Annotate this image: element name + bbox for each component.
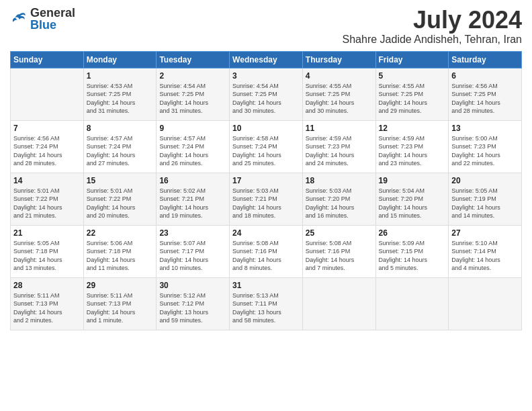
calendar-week-row: 21Sunrise: 5:05 AM Sunset: 7:18 PM Dayli… (11, 225, 522, 277)
day-info: Sunrise: 5:01 AM Sunset: 7:22 PM Dayligh… (87, 187, 154, 220)
calendar-cell: 19Sunrise: 5:04 AM Sunset: 7:20 PM Dayli… (375, 173, 449, 225)
calendar-cell: 28Sunrise: 5:11 AM Sunset: 7:13 PM Dayli… (11, 277, 84, 330)
calendar-cell: 27Sunrise: 5:10 AM Sunset: 7:14 PM Dayli… (449, 225, 522, 277)
calendar-table: SundayMondayTuesdayWednesdayThursdayFrid… (10, 51, 522, 330)
calendar-cell (302, 277, 375, 330)
day-number: 4 (306, 71, 373, 81)
day-number: 16 (159, 176, 226, 185)
day-number: 13 (451, 124, 519, 133)
calendar-cell: 16Sunrise: 5:02 AM Sunset: 7:21 PM Dayli… (157, 173, 230, 225)
calendar-cell (449, 277, 522, 330)
day-info: Sunrise: 5:11 AM Sunset: 7:13 PM Dayligh… (13, 291, 81, 325)
day-info: Sunrise: 4:59 AM Sunset: 7:23 PM Dayligh… (306, 134, 373, 168)
calendar-cell: 5Sunrise: 4:55 AM Sunset: 7:25 PM Daylig… (375, 68, 449, 120)
day-info: Sunrise: 4:56 AM Sunset: 7:24 PM Dayligh… (13, 134, 81, 168)
day-number: 10 (232, 124, 300, 133)
calendar-cell: 29Sunrise: 5:11 AM Sunset: 7:13 PM Dayli… (83, 277, 157, 330)
calendar-cell: 26Sunrise: 5:09 AM Sunset: 7:15 PM Dayli… (375, 225, 449, 277)
day-number: 14 (13, 176, 81, 185)
day-number: 7 (13, 124, 81, 133)
day-info: Sunrise: 5:06 AM Sunset: 7:18 PM Dayligh… (87, 239, 154, 273)
day-info: Sunrise: 5:03 AM Sunset: 7:20 PM Dayligh… (306, 187, 373, 220)
calendar-week-row: 14Sunrise: 5:01 AM Sunset: 7:22 PM Dayli… (11, 173, 522, 225)
day-number: 21 (13, 228, 81, 238)
day-number: 11 (306, 124, 373, 133)
weekday-header-thursday: Thursday (302, 51, 375, 68)
day-number: 5 (379, 71, 446, 81)
page-header: General Blue July 2024 Shahre Jadide And… (10, 7, 522, 46)
calendar-cell: 3Sunrise: 4:54 AM Sunset: 7:25 PM Daylig… (230, 68, 303, 120)
weekday-header-monday: Monday (83, 51, 157, 68)
day-number: 15 (87, 176, 154, 185)
title-area: July 2024 Shahre Jadide Andisheh, Tehran… (343, 7, 522, 46)
weekday-header-friday: Friday (375, 51, 449, 68)
calendar-body: 1Sunrise: 4:53 AM Sunset: 7:25 PM Daylig… (11, 68, 522, 330)
day-info: Sunrise: 5:02 AM Sunset: 7:21 PM Dayligh… (159, 187, 226, 220)
day-number: 29 (87, 281, 154, 290)
calendar-cell: 7Sunrise: 4:56 AM Sunset: 7:24 PM Daylig… (11, 120, 84, 173)
calendar-cell: 14Sunrise: 5:01 AM Sunset: 7:22 PM Dayli… (11, 173, 84, 225)
day-info: Sunrise: 4:57 AM Sunset: 7:24 PM Dayligh… (87, 134, 154, 168)
day-info: Sunrise: 5:04 AM Sunset: 7:20 PM Dayligh… (379, 187, 446, 220)
calendar-cell: 31Sunrise: 5:13 AM Sunset: 7:11 PM Dayli… (230, 277, 303, 330)
calendar-cell: 8Sunrise: 4:57 AM Sunset: 7:24 PM Daylig… (83, 120, 157, 173)
day-number: 6 (451, 71, 519, 81)
logo-icon (10, 9, 29, 28)
day-number: 20 (451, 176, 519, 185)
calendar-cell: 4Sunrise: 4:55 AM Sunset: 7:25 PM Daylig… (302, 68, 375, 120)
day-number: 1 (87, 71, 154, 81)
calendar-cell: 22Sunrise: 5:06 AM Sunset: 7:18 PM Dayli… (83, 225, 157, 277)
calendar-cell: 12Sunrise: 4:59 AM Sunset: 7:23 PM Dayli… (375, 120, 449, 173)
day-number: 23 (159, 228, 226, 238)
day-info: Sunrise: 4:55 AM Sunset: 7:25 PM Dayligh… (379, 82, 446, 116)
calendar-cell: 25Sunrise: 5:08 AM Sunset: 7:16 PM Dayli… (302, 225, 375, 277)
day-info: Sunrise: 5:08 AM Sunset: 7:16 PM Dayligh… (306, 239, 373, 273)
day-info: Sunrise: 5:11 AM Sunset: 7:13 PM Dayligh… (87, 291, 154, 325)
calendar-week-row: 7Sunrise: 4:56 AM Sunset: 7:24 PM Daylig… (11, 120, 522, 173)
logo-blue: Blue (30, 19, 75, 31)
day-info: Sunrise: 5:05 AM Sunset: 7:18 PM Dayligh… (13, 239, 81, 273)
day-number: 9 (159, 124, 226, 133)
calendar-cell: 30Sunrise: 5:12 AM Sunset: 7:12 PM Dayli… (157, 277, 230, 330)
day-number: 26 (379, 228, 446, 238)
calendar-cell: 23Sunrise: 5:07 AM Sunset: 7:17 PM Dayli… (157, 225, 230, 277)
day-info: Sunrise: 4:59 AM Sunset: 7:23 PM Dayligh… (379, 134, 446, 168)
day-number: 12 (379, 124, 446, 133)
calendar-header: SundayMondayTuesdayWednesdayThursdayFrid… (11, 51, 522, 68)
day-number: 19 (379, 176, 446, 185)
day-number: 2 (159, 71, 226, 81)
day-number: 27 (451, 228, 519, 238)
calendar-cell: 1Sunrise: 4:53 AM Sunset: 7:25 PM Daylig… (83, 68, 157, 120)
calendar-cell: 15Sunrise: 5:01 AM Sunset: 7:22 PM Dayli… (83, 173, 157, 225)
calendar-cell: 21Sunrise: 5:05 AM Sunset: 7:18 PM Dayli… (11, 225, 84, 277)
day-info: Sunrise: 4:56 AM Sunset: 7:25 PM Dayligh… (451, 82, 519, 116)
day-number: 28 (13, 281, 81, 290)
calendar-cell: 10Sunrise: 4:58 AM Sunset: 7:24 PM Dayli… (230, 120, 303, 173)
day-info: Sunrise: 4:54 AM Sunset: 7:25 PM Dayligh… (159, 82, 226, 116)
calendar-cell: 20Sunrise: 5:05 AM Sunset: 7:19 PM Dayli… (449, 173, 522, 225)
day-info: Sunrise: 5:00 AM Sunset: 7:23 PM Dayligh… (451, 134, 519, 168)
day-info: Sunrise: 4:58 AM Sunset: 7:24 PM Dayligh… (232, 134, 300, 168)
calendar-cell (11, 68, 84, 120)
day-number: 18 (306, 176, 373, 185)
day-info: Sunrise: 5:07 AM Sunset: 7:17 PM Dayligh… (159, 239, 226, 273)
logo: General Blue (10, 7, 75, 31)
day-info: Sunrise: 4:53 AM Sunset: 7:25 PM Dayligh… (87, 82, 154, 116)
day-number: 30 (159, 281, 226, 290)
calendar-cell: 17Sunrise: 5:03 AM Sunset: 7:21 PM Dayli… (230, 173, 303, 225)
day-number: 25 (306, 228, 373, 238)
calendar-cell (375, 277, 449, 330)
day-info: Sunrise: 5:10 AM Sunset: 7:14 PM Dayligh… (451, 239, 519, 273)
day-info: Sunrise: 5:05 AM Sunset: 7:19 PM Dayligh… (451, 187, 519, 220)
logo-text: General Blue (30, 7, 75, 31)
calendar-week-row: 28Sunrise: 5:11 AM Sunset: 7:13 PM Dayli… (11, 277, 522, 330)
day-number: 3 (232, 71, 300, 81)
weekday-header-tuesday: Tuesday (157, 51, 230, 68)
day-info: Sunrise: 5:12 AM Sunset: 7:12 PM Dayligh… (159, 291, 226, 325)
day-number: 17 (232, 176, 300, 185)
weekday-header-saturday: Saturday (449, 51, 522, 68)
day-number: 24 (232, 228, 300, 238)
weekday-header-row: SundayMondayTuesdayWednesdayThursdayFrid… (11, 51, 522, 68)
calendar-week-row: 1Sunrise: 4:53 AM Sunset: 7:25 PM Daylig… (11, 68, 522, 120)
calendar-cell: 6Sunrise: 4:56 AM Sunset: 7:25 PM Daylig… (449, 68, 522, 120)
